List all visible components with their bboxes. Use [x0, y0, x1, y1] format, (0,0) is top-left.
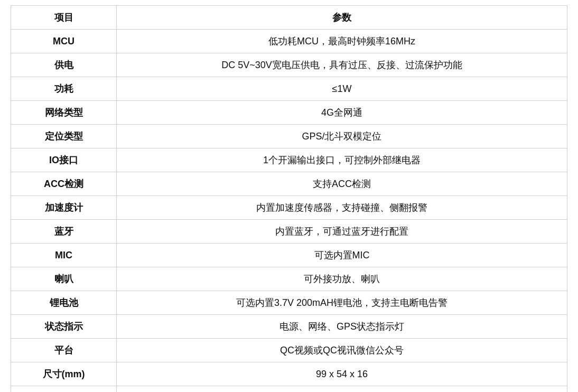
table-row: IO接口1个开漏输出接口，可控制外部继电器	[11, 148, 567, 172]
table-cell-param: DC 5V~30V宽电压供电，具有过压、反接、过流保护功能	[117, 53, 567, 77]
table-header-row: 项目 参数	[11, 6, 567, 30]
spec-table-wrapper: 项目 参数 MCU低功耗MCU，最高时钟频率16MHz供电DC 5V~30V宽电…	[0, 0, 578, 392]
table-row: 重量(g)< 200g	[11, 386, 567, 393]
table-row: 网络类型4G全网通	[11, 101, 567, 125]
table-row: 供电DC 5V~30V宽电压供电，具有过压、反接、过流保护功能	[11, 53, 567, 77]
table-cell-item: 状态指示	[11, 315, 117, 339]
table-cell-param: 可外接功放、喇叭	[117, 267, 567, 291]
table-row: 蓝牙内置蓝牙，可通过蓝牙进行配置	[11, 220, 567, 244]
table-row: ACC检测支持ACC检测	[11, 172, 567, 196]
table-row: 锂电池可选内置3.7V 200mAH锂电池，支持主电断电告警	[11, 291, 567, 315]
table-cell-item: 平台	[11, 339, 117, 362]
table-cell-param: 1个开漏输出接口，可控制外部继电器	[117, 148, 567, 172]
table-cell-item: 网络类型	[11, 101, 117, 125]
col-header-param: 参数	[117, 6, 567, 30]
table-row: 定位类型GPS/北斗双模定位	[11, 125, 567, 148]
table-cell-param: 99 x 54 x 16	[117, 362, 567, 386]
table-row: 加速度计内置加速度传感器，支持碰撞、侧翻报警	[11, 196, 567, 220]
spec-table: 项目 参数 MCU低功耗MCU，最高时钟频率16MHz供电DC 5V~30V宽电…	[11, 5, 567, 392]
table-row: 状态指示电源、网络、GPS状态指示灯	[11, 315, 567, 339]
table-cell-item: 蓝牙	[11, 220, 117, 244]
table-cell-param: 内置加速度传感器，支持碰撞、侧翻报警	[117, 196, 567, 220]
table-cell-item: 喇叭	[11, 267, 117, 291]
table-cell-param: QC视频或QC视讯微信公众号	[117, 339, 567, 362]
table-cell-param: < 200g	[117, 386, 567, 393]
table-cell-item: ACC检测	[11, 172, 117, 196]
table-cell-param: 电源、网络、GPS状态指示灯	[117, 315, 567, 339]
table-cell-param: ≤1W	[117, 77, 567, 101]
table-cell-item: 供电	[11, 53, 117, 77]
table-cell-param: 低功耗MCU，最高时钟频率16MHz	[117, 30, 567, 53]
table-cell-item: 定位类型	[11, 125, 117, 148]
table-cell-param: 可选内置MIC	[117, 244, 567, 267]
table-cell-item: IO接口	[11, 148, 117, 172]
table-row: 喇叭可外接功放、喇叭	[11, 267, 567, 291]
table-cell-param: 4G全网通	[117, 101, 567, 125]
table-cell-param: 内置蓝牙，可通过蓝牙进行配置	[117, 220, 567, 244]
table-row: MIC可选内置MIC	[11, 244, 567, 267]
table-cell-item: 尺寸(mm)	[11, 362, 117, 386]
table-cell-item: MCU	[11, 30, 117, 53]
table-cell-item: 重量(g)	[11, 386, 117, 393]
table-cell-item: 功耗	[11, 77, 117, 101]
table-row: 平台QC视频或QC视讯微信公众号	[11, 339, 567, 362]
table-cell-param: 支持ACC检测	[117, 172, 567, 196]
table-cell-param: 可选内置3.7V 200mAH锂电池，支持主电断电告警	[117, 291, 567, 315]
table-row: 功耗≤1W	[11, 77, 567, 101]
table-row: MCU低功耗MCU，最高时钟频率16MHz	[11, 30, 567, 53]
table-cell-param: GPS/北斗双模定位	[117, 125, 567, 148]
col-header-item: 项目	[11, 6, 117, 30]
table-row: 尺寸(mm)99 x 54 x 16	[11, 362, 567, 386]
table-cell-item: MIC	[11, 244, 117, 267]
table-cell-item: 加速度计	[11, 196, 117, 220]
table-cell-item: 锂电池	[11, 291, 117, 315]
